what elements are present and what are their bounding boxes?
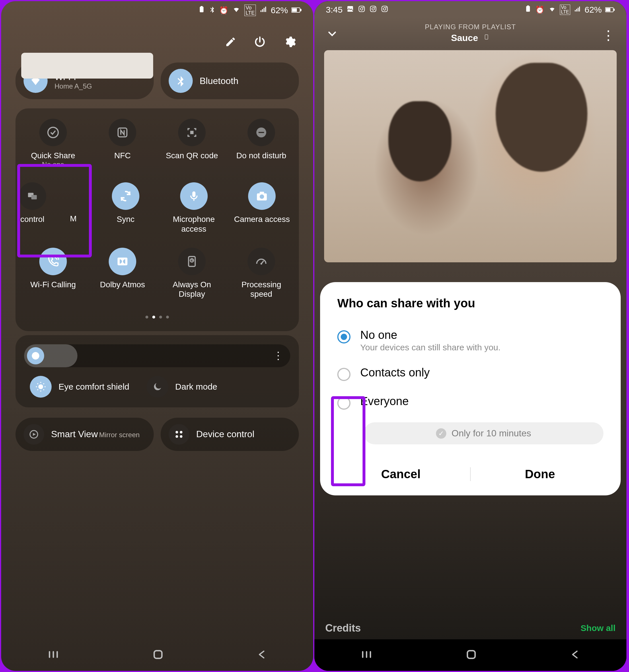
svg-rect-36 [526,6,530,12]
tile-aod[interactable]: Always On Display [160,248,224,299]
option-no-one[interactable]: No one Your devices can still share with… [331,322,609,359]
tile-control[interactable]: control [21,182,52,234]
aod-icon [178,248,206,275]
microphone-icon [180,182,208,210]
smart-view-icon [24,424,44,445]
bluetooth-label: Bluetooth [200,76,238,86]
quick-settings-grid: Quick Share No one NFC Scan QR code [16,109,299,331]
chip-only-10-min[interactable]: ✓ Only for 10 minutes [364,422,604,445]
nav-home-icon[interactable] [465,648,478,662]
svg-point-22 [180,431,182,433]
edit-icon[interactable] [225,36,236,49]
radio-selected-icon [337,330,350,343]
tile-proc-speed[interactable]: Processing speed [230,248,293,299]
svg-point-19 [39,384,43,389]
page-indicator[interactable] [18,313,296,326]
wifi-status-icon [232,5,241,15]
eye-comfort-icon [30,376,52,398]
svg-point-23 [176,435,178,438]
more-icon[interactable]: ⋮ [602,27,615,43]
svg-rect-30 [371,6,376,12]
battery-percent: 62% [271,5,288,15]
svg-point-31 [372,8,375,10]
svg-rect-40 [613,8,615,11]
qr-icon [178,119,206,146]
nav-recents-icon[interactable] [47,648,60,662]
radio-unselected-icon [337,368,350,381]
svg-rect-0 [200,7,204,12]
tile-mic[interactable]: Microphone access [162,182,226,234]
done-button[interactable]: Done [471,467,609,481]
dark-mode-icon [146,376,168,398]
svg-point-28 [360,8,363,10]
player-header: PLAYING FROM PLAYLIST Sauce ⋮ [314,17,626,46]
svg-rect-27 [359,6,365,12]
tile-scan-qr[interactable]: Scan QR code [160,119,224,169]
svg-point-29 [363,7,364,8]
option-contacts-only[interactable]: Contacts only [331,359,609,388]
sheet-actions: Cancel Done [331,461,609,484]
nav-bar-left [1,639,313,671]
gallery-icon [347,5,354,15]
show-all-link[interactable]: Show all [581,623,615,633]
svg-rect-14 [260,192,264,194]
volte-icon: VoLTE [244,5,256,16]
sheet-title: Who can share with you [337,296,604,310]
brightness-icon [27,347,44,364]
tile-nfc[interactable]: NFC [91,119,154,169]
battery-percent-r: 62% [585,5,602,15]
speed-icon [248,248,275,275]
nav-bar-right [314,639,626,671]
signal-icon-r [574,5,581,15]
cancel-button[interactable]: Cancel [331,467,471,481]
brightness-more-icon[interactable]: ⋮ [273,350,283,362]
settings-gear-icon[interactable] [283,35,296,49]
tile-quick-share[interactable]: Quick Share No one [22,119,85,169]
wifi-sublabel: Home A_5G [54,82,92,90]
toggle-eye-comfort[interactable]: Eye comfort shield [30,376,130,398]
tile-sync[interactable]: Sync [94,182,157,234]
radio-unselected-icon [337,397,350,410]
bluetooth-icon [169,69,193,93]
phone-quick-settings: ⏰ VoLTE 62% [1,1,313,671]
dolby-icon [109,248,136,275]
playlist-badge-icon [483,33,490,43]
svg-rect-10 [31,195,37,199]
bluetooth-toggle[interactable]: Bluetooth [161,63,299,99]
tile-dnd[interactable]: Do not disturb [230,119,293,169]
chevron-down-icon[interactable] [326,27,339,43]
nav-back-icon[interactable] [569,648,581,662]
battery-saver-icon [198,6,205,15]
tile-dolby[interactable]: Dolby Atmos [91,248,154,299]
instagram-icon-2 [369,5,377,15]
svg-point-18 [260,263,262,265]
smart-view-button[interactable]: Smart View Mirror screen [16,418,154,451]
signal-icon [259,5,267,15]
wifi-status-icon-r [548,5,556,15]
check-icon: ✓ [436,428,446,439]
option-everyone[interactable]: Everyone [331,388,609,416]
nav-recents-icon[interactable] [360,648,373,662]
alarm-icon: ⏰ [219,6,228,15]
power-icon[interactable] [254,35,266,49]
device-control-button[interactable]: Device control [161,418,299,451]
brightness-slider[interactable]: ⋮ [24,344,290,367]
svg-rect-42 [467,651,475,658]
dnd-icon [248,119,275,146]
tile-m[interactable]: M [57,182,89,234]
wifi-calling-icon [39,248,67,275]
svg-point-32 [374,7,375,8]
svg-point-35 [386,7,387,8]
nav-home-icon[interactable] [152,648,165,662]
nav-back-icon[interactable] [256,648,267,662]
device-control-icon [169,424,189,445]
tile-camera[interactable]: Camera access [230,182,294,234]
svg-rect-41 [485,35,488,39]
sync-icon [112,182,139,210]
alarm-icon-r: ⏰ [535,5,544,14]
svg-rect-25 [154,651,162,658]
svg-rect-33 [382,6,388,12]
toggle-dark-mode[interactable]: Dark mode [146,376,217,398]
credits-label: Credits [325,622,361,634]
tile-wifi-calling[interactable]: Wi-Fi Calling [22,248,85,299]
